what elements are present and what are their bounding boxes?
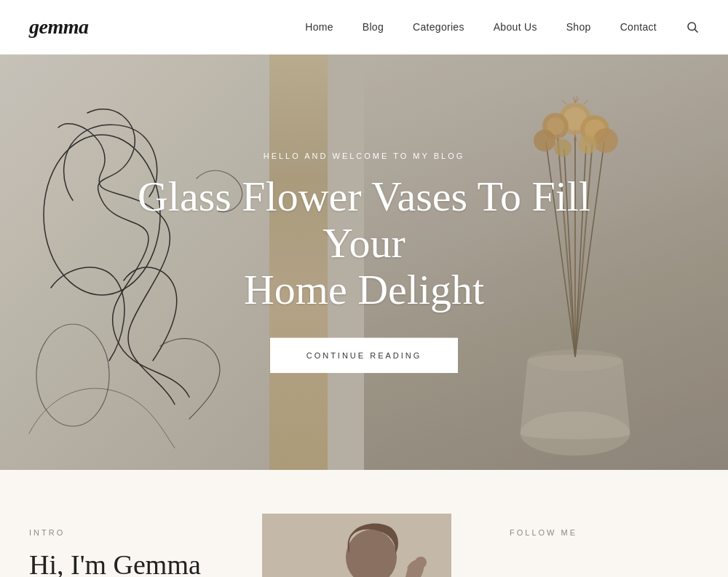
intro-person-image — [262, 514, 451, 577]
person-art — [262, 514, 451, 577]
search-icon — [686, 20, 699, 34]
nav-blog[interactable]: Blog — [363, 21, 384, 33]
nav-about[interactable]: About Us — [494, 21, 537, 33]
continue-reading-button[interactable]: CONTINUE READING — [270, 338, 459, 373]
nav-contact[interactable]: Contact — [620, 21, 657, 33]
intro-label: INTRO — [29, 528, 233, 537]
search-button[interactable] — [686, 20, 699, 34]
svg-point-40 — [415, 557, 427, 568]
svg-line-1 — [695, 29, 697, 32]
hero-subtitle: Hello and welcome to my blog — [116, 152, 612, 160]
nav-categories[interactable]: Categories — [413, 21, 464, 33]
site-logo[interactable]: gemma — [29, 15, 89, 39]
hero-content: Hello and welcome to my blog Glass Flowe… — [116, 152, 612, 373]
nav-home[interactable]: Home — [305, 21, 333, 33]
follow-section: FOLLOW ME — [480, 514, 699, 550]
intro-section: INTRO Hi, I'm Gemma — [29, 514, 233, 577]
nav-shop[interactable]: Shop — [566, 21, 591, 33]
hero-section: Hello and welcome to my blog Glass Flowe… — [0, 55, 728, 470]
intro-heading: Hi, I'm Gemma — [29, 550, 233, 577]
svg-point-0 — [688, 23, 696, 31]
hero-title: Glass Flower Vases To Fill Your Home Del… — [116, 173, 612, 313]
follow-label: FOLLOW ME — [510, 528, 699, 537]
site-header: gemma Home Blog Categories About Us Shop… — [0, 0, 728, 55]
below-hero-section: INTRO Hi, I'm Gemma FOLLOW ME — [0, 470, 728, 577]
main-nav: Home Blog Categories About Us Shop Conta… — [305, 20, 699, 34]
